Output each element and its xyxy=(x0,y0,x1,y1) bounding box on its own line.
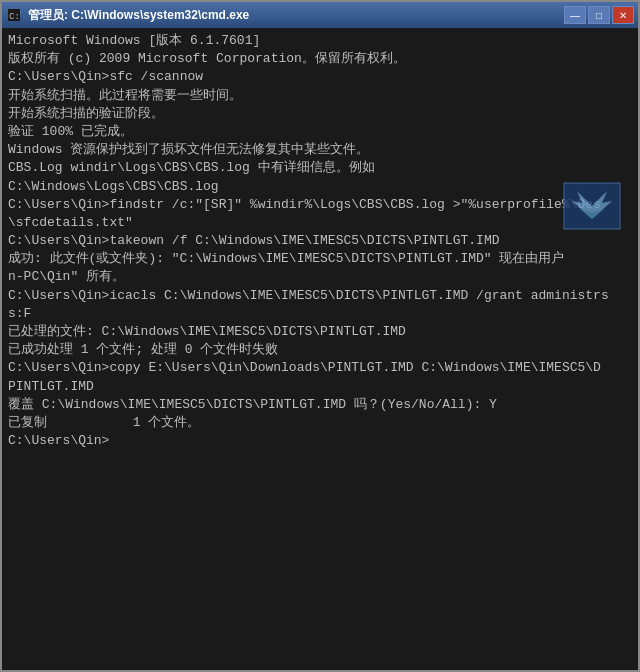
console-line: CBS.Log windir\Logs\CBS\CBS.log 中有详细信息。例… xyxy=(8,159,632,177)
title-bar-left: C:\ 管理员: C:\Windows\system32\cmd.exe xyxy=(6,7,249,24)
console-line: 已处理的文件: C:\Windows\IME\IMESC5\DICTS\PINT… xyxy=(8,323,632,341)
console-line: C:\Users\Qin>copy E:\Users\Qin\Downloads… xyxy=(8,359,632,377)
console-line: Microsoft Windows [版本 6.1.7601] xyxy=(8,32,632,50)
minimize-button[interactable]: — xyxy=(564,6,586,24)
console-line: C:\Users\Qin>icacls C:\Windows\IME\IMESC… xyxy=(8,287,632,305)
console-line: C:\Users\Qin> xyxy=(8,432,632,450)
cmd-window: C:\ 管理员: C:\Windows\system32\cmd.exe — □… xyxy=(0,0,640,672)
console-line: 成功: 此文件(或文件夹): "C:\Windows\IME\IMESC5\DI… xyxy=(8,250,632,268)
title-buttons: — □ ✕ xyxy=(564,6,634,24)
svg-text:C:\: C:\ xyxy=(9,12,21,22)
console-line: 已复制 1 个文件。 xyxy=(8,414,632,432)
close-button[interactable]: ✕ xyxy=(612,6,634,24)
console-line: 覆盖 C:\Windows\IME\IMESC5\DICTS\PINTLGT.I… xyxy=(8,396,632,414)
console-line: C:\Users\Qin>sfc /scannow xyxy=(8,68,632,86)
title-bar: C:\ 管理员: C:\Windows\system32\cmd.exe — □… xyxy=(2,2,638,28)
watermark-logo xyxy=(562,181,622,231)
cmd-icon: C:\ xyxy=(6,7,22,23)
console-line: 版权所有 (c) 2009 Microsoft Corporation。保留所有… xyxy=(8,50,632,68)
console-line: n-PC\Qin" 所有。 xyxy=(8,268,632,286)
console-line: C:\Users\Qin>takeown /f C:\Windows\IME\I… xyxy=(8,232,632,250)
console-line: PINTLGT.IMD xyxy=(8,378,632,396)
console-line: s:F xyxy=(8,305,632,323)
console-line: 验证 100% 已完成。 xyxy=(8,123,632,141)
window-title: 管理员: C:\Windows\system32\cmd.exe xyxy=(28,7,249,24)
console-line: 开始系统扫描的验证阶段。 xyxy=(8,105,632,123)
console-line: C:\Windows\Logs\CBS\CBS.log xyxy=(8,178,632,196)
console-line: 开始系统扫描。此过程将需要一些时间。 xyxy=(8,87,632,105)
console-line: \sfcdetails.txt" xyxy=(8,214,632,232)
maximize-button[interactable]: □ xyxy=(588,6,610,24)
console-line: Windows 资源保护找到了损坏文件但无法修复其中某些文件。 xyxy=(8,141,632,159)
console-output: Microsoft Windows [版本 6.1.7601]版权所有 (c) … xyxy=(2,28,638,670)
console-line: 已成功处理 1 个文件; 处理 0 个文件时失败 xyxy=(8,341,632,359)
console-line: C:\Users\Qin>findstr /c:"[SR]" %windir%\… xyxy=(8,196,632,214)
